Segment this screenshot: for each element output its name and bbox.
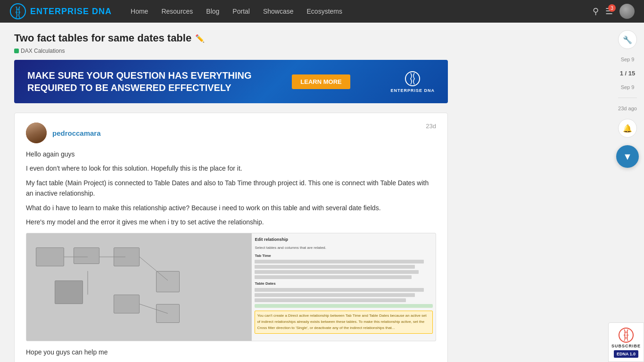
post-text-3: My fact table (Main Project) is connecte… — [26, 178, 436, 199]
nav-portal[interactable]: Portal — [232, 8, 250, 15]
author-avatar-image — [26, 123, 47, 143]
post-text-5: Here's my model and the error it gives m… — [26, 217, 436, 227]
page-title: Two fact tables for same dates table — [14, 32, 191, 44]
compose-icon: ▼ — [623, 151, 632, 162]
bell-icon: 🔔 — [623, 124, 632, 133]
subscribe-widget: SUBSCRIBE EDNA 1.0 — [608, 322, 644, 362]
post-text-6: Hope you guys can help me — [26, 347, 436, 357]
post-header: pedroccamara 23d — [26, 123, 436, 143]
dna-logo-icon — [9, 3, 26, 20]
dialog-warning: You can't create a Direct active relatio… — [255, 311, 433, 333]
banner-logo: ENTERPRISE DNA — [390, 70, 435, 93]
post-image-inner: Edit relationship Select tables and colu… — [26, 233, 436, 341]
right-sidebar: 🔧 Sep 9 1 / 15 Sep 9 23d ago 🔔 ▼ SUBSCRI… — [611, 23, 644, 362]
subscribe-dna-icon — [618, 327, 635, 344]
tag-badge[interactable]: DAX Calculations — [14, 48, 65, 54]
svg-line-8 — [140, 304, 168, 313]
subscribe-label: SUBSCRIBE — [611, 344, 641, 348]
compose-button[interactable]: ▼ — [616, 145, 639, 168]
dialog-table1-label: Tab Time — [255, 253, 433, 259]
post-time: 23d — [426, 123, 436, 130]
promo-banner: Make Sure Your Question Has Everything R… — [14, 60, 448, 103]
notification-bell-button[interactable]: 🔔 — [618, 119, 637, 138]
tag-label: DAX Calculations — [21, 48, 65, 54]
author-name[interactable]: pedroccamara — [52, 129, 101, 137]
wrench-button[interactable]: 🔧 — [618, 30, 637, 49]
sidebar-date-bottom: Sep 9 — [621, 84, 635, 90]
sidebar-pagination: 1 / 15 — [620, 70, 636, 77]
dialog-title: Edit relationship — [255, 236, 433, 243]
post-card: pedroccamara 23d Hello again guys I even… — [14, 113, 448, 362]
sidebar-date-top: Sep 9 — [621, 57, 635, 62]
post-text-2: I even don't where to look for this solu… — [26, 163, 436, 173]
dialog-row-7 — [255, 298, 406, 302]
notification-badge: 3 — [608, 4, 616, 12]
dialog-row-2 — [255, 265, 415, 269]
model-diagram-area — [26, 233, 251, 341]
sidebar-time-ago: 23d ago — [618, 106, 637, 111]
nav-links: Home Resources Blog Portal Showcase Ecos… — [131, 8, 593, 15]
main-content: Two fact tables for same dates table ✏️ … — [0, 23, 462, 362]
svg-point-0 — [10, 4, 25, 19]
dialog-row-1 — [255, 260, 424, 263]
nav-showcase[interactable]: Showcase — [263, 8, 294, 15]
enterprise-dna-banner-logo-icon — [404, 70, 421, 87]
dialog-checkbox-area — [255, 304, 433, 308]
svg-point-3 — [405, 72, 420, 86]
connector-lines — [26, 233, 251, 341]
nav-resources[interactable]: Resources — [161, 8, 193, 15]
brand-text: ENTERPRISE DNA — [30, 7, 112, 16]
search-button[interactable]: ⚲ — [593, 6, 599, 16]
dialog-row-5 — [255, 288, 424, 292]
tag-dot — [14, 49, 19, 53]
author-avatar[interactable] — [26, 123, 47, 143]
learn-more-button[interactable]: LEARN MORE — [292, 74, 350, 89]
search-icon: ⚲ — [593, 7, 599, 16]
nav-actions: ⚲ ☰ 3 — [593, 4, 635, 19]
navbar: ENTERPRISE DNA Home Resources Blog Porta… — [0, 0, 644, 23]
nav-ecosystems[interactable]: Ecosystems — [307, 8, 342, 15]
brand-logo[interactable]: ENTERPRISE DNA — [9, 3, 112, 20]
page-title-row: Two fact tables for same dates table ✏️ — [14, 32, 448, 44]
dialog-table2-label: Table Dates — [255, 281, 433, 287]
nav-home[interactable]: Home — [131, 8, 148, 15]
banner-text: Make Sure Your Question Has Everything R… — [27, 69, 252, 94]
post-text-1: Hello again guys — [26, 149, 436, 159]
dialog-row-6 — [255, 293, 415, 297]
menu-button[interactable]: ☰ 3 — [605, 6, 613, 16]
wrench-icon: 🔧 — [623, 35, 632, 44]
post-body: Hello again guys I even don't where to l… — [26, 149, 436, 362]
post-model-image: Edit relationship Select tables and colu… — [26, 233, 436, 341]
dialog-row-4 — [255, 275, 411, 279]
svg-line-7 — [140, 257, 168, 280]
dialog-subtitle: Select tables and columns that are relat… — [255, 245, 433, 251]
post-author-row: pedroccamara — [26, 123, 101, 143]
user-avatar[interactable] — [619, 4, 635, 19]
edit-icon[interactable]: ✏️ — [195, 34, 205, 43]
nav-blog[interactable]: Blog — [206, 8, 219, 15]
post-text-4: What do i have to learn to make this rel… — [26, 203, 436, 213]
sidebar-separator — [618, 98, 637, 98]
dialog-row-3 — [255, 270, 418, 274]
edna-badge[interactable]: EDNA 1.0 — [614, 350, 638, 358]
page-wrapper: Two fact tables for same dates table ✏️ … — [0, 23, 644, 362]
dialog-area: Edit relationship Select tables and colu… — [251, 233, 436, 341]
